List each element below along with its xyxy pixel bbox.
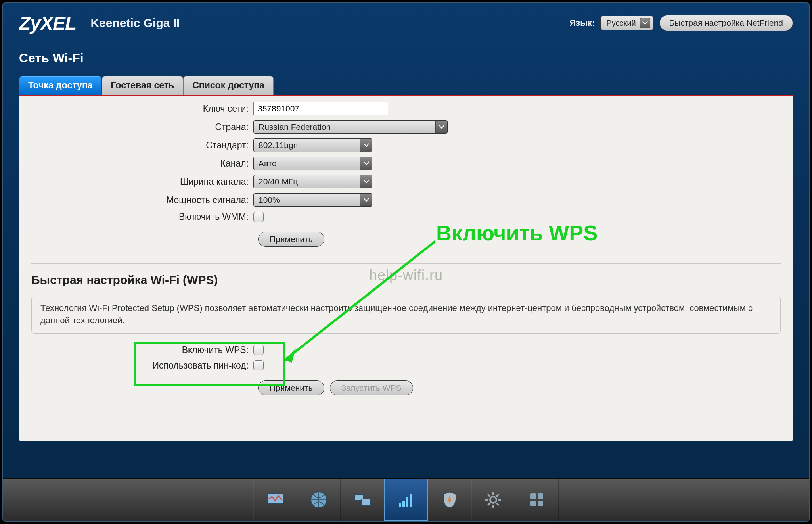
wps-info-box: Технология Wi-Fi Protected Setup (WPS) п… [31,296,781,334]
tx-power-select[interactable]: 100% [253,193,372,207]
computers-icon [351,489,373,511]
chevron-down-icon [435,121,447,133]
standard-label: Стандарт: [31,140,253,151]
nav-apps[interactable] [515,479,559,521]
page-title: Сеть Wi-Fi [3,43,809,76]
language-label: Язык: [569,18,595,28]
channel-width-label: Ширина канала: [31,177,253,187]
wps-info-text: Технология Wi-Fi Protected Setup (WPS) п… [40,303,753,325]
channel-width-value: 20/40 МГц [259,177,298,186]
tab-label: Гостевая сеть [111,80,174,90]
tab-access-list[interactable]: Список доступа [183,76,274,95]
country-label: Страна: [31,122,253,132]
use-pin-checkbox[interactable] [253,360,264,370]
channel-value: Авто [259,159,277,168]
nav-status[interactable] [253,479,297,521]
svg-rect-10 [410,494,412,507]
start-wps-label: Запустить WPS [341,383,402,392]
enable-wps-checkbox[interactable] [253,345,264,355]
gear-icon [482,489,504,511]
header-right: Язык: Русский Быстрая настройка NetFrien… [569,15,793,31]
app-window: ZyXEL Keenetic Giga II Язык: Русский Быс… [2,2,810,522]
nav-system[interactable] [471,479,515,521]
nav-security[interactable] [428,479,471,521]
tab-access-point[interactable]: Точка доступа [19,76,102,95]
tab-guest-network[interactable]: Гостевая сеть [102,76,184,95]
svg-rect-6 [362,499,370,505]
svg-line-17 [496,503,499,505]
product-name: Keenetic Giga II [90,16,180,30]
svg-rect-23 [538,501,543,506]
language-value: Русский [606,19,636,28]
country-value: Russian Federation [259,122,331,132]
wps-section-title: Быстрая настройка Wi-Fi (WPS) [31,273,781,287]
svg-line-18 [496,494,499,497]
quick-setup-button[interactable]: Быстрая настройка NetFriend [659,15,793,31]
network-key-input[interactable] [253,102,388,115]
svg-line-16 [488,494,490,497]
tab-label: Список доступа [192,80,264,90]
svg-point-11 [490,497,496,503]
start-wps-button[interactable]: Запустить WPS [330,380,413,395]
monitor-icon [264,489,286,511]
brand-logo: ZyXEL [19,12,76,34]
apply-button[interactable]: Применить [258,232,324,247]
section-divider [31,263,781,264]
standard-select[interactable]: 802.11bgn [253,138,372,152]
chevron-down-icon [360,175,372,188]
network-key-label: Ключ сети: [31,104,253,114]
content-panel: Ключ сети: Страна: Russian Federation Ст… [19,96,793,441]
svg-rect-8 [402,501,405,507]
svg-rect-20 [530,493,536,499]
wmm-label: Включить WMM: [31,211,253,222]
enable-wps-label: Включить WPS: [31,345,253,355]
quick-setup-label: Быстрая настройка NetFriend [669,18,783,28]
nav-wifi[interactable] [384,479,428,521]
svg-rect-22 [530,501,536,506]
wps-apply-button[interactable]: Применить [258,380,324,395]
nav-internet[interactable] [297,479,341,521]
apply-label: Применить [270,234,313,244]
wmm-checkbox[interactable] [253,212,264,222]
standard-value: 802.11bgn [259,140,298,150]
chevron-down-icon [360,157,372,170]
channel-label: Канал: [31,158,253,169]
svg-rect-3 [273,505,278,506]
wps-apply-label: Применить [270,383,313,392]
svg-line-19 [488,503,490,505]
language-select[interactable]: Русский [600,16,653,30]
nav-home-network[interactable] [341,479,384,521]
shield-icon [439,489,461,511]
grid-icon [526,489,548,511]
tx-power-label: Мощность сигнала: [31,195,253,205]
globe-icon [308,489,330,511]
channel-select[interactable]: Авто [253,157,372,170]
svg-rect-21 [538,493,543,499]
tx-power-value: 100% [259,195,280,205]
chevron-down-icon [360,194,372,206]
bottom-nav [3,478,809,521]
country-select[interactable]: Russian Federation [253,120,448,134]
tab-label: Точка доступа [28,80,93,90]
wifi-bars-icon [395,489,417,511]
tab-bar: Точка доступа Гостевая сеть Список досту… [3,76,809,95]
svg-rect-7 [399,503,401,507]
header-bar: ZyXEL Keenetic Giga II Язык: Русский Быс… [3,3,809,43]
svg-rect-9 [406,497,408,507]
chevron-down-icon [360,139,372,152]
channel-width-select[interactable]: 20/40 МГц [253,175,372,188]
use-pin-label: Использовать пин-код: [31,360,253,371]
chevron-down-icon [640,18,650,28]
